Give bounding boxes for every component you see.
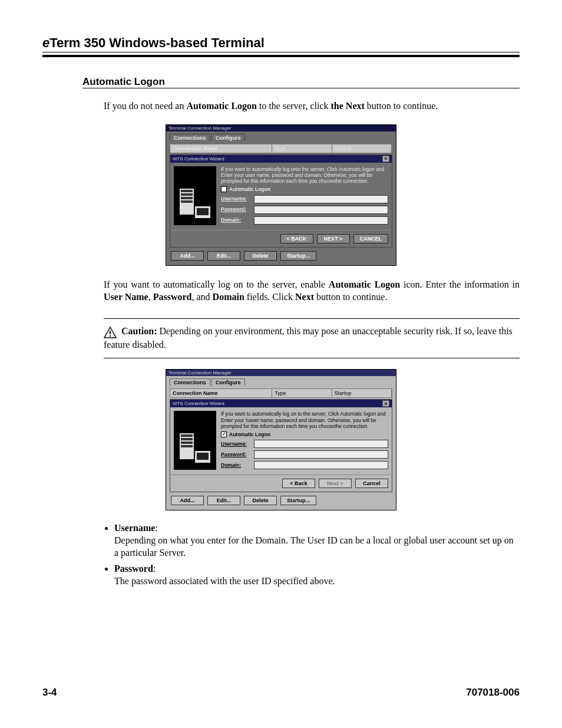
- doc-number: 707018-006: [466, 687, 520, 699]
- add-button[interactable]: Add...: [171, 251, 204, 261]
- username-input[interactable]: [254, 195, 388, 203]
- back-button[interactable]: < BACK: [280, 234, 313, 243]
- username-label: Username:: [221, 196, 252, 202]
- password-item-text: The password associated with the user ID…: [114, 576, 335, 586]
- svg-rect-2: [181, 193, 193, 196]
- automatic-logon-label: Automatic Logon: [229, 431, 270, 437]
- username-input[interactable]: [254, 440, 388, 448]
- caution-block: Caution: Depending on your environment, …: [104, 318, 520, 358]
- page-number: 3-4: [42, 687, 57, 699]
- screenshot-1: Terminal Connection Manager Connections …: [166, 124, 396, 266]
- svg-rect-11: [181, 434, 193, 437]
- list-item: Username: Depending on what you enter fo…: [114, 522, 520, 559]
- window-titlebar: Terminal Connection Manager: [166, 370, 396, 376]
- intro-paragraph-2: If you want to automatically log on to t…: [104, 279, 520, 304]
- col-startup: Startup: [332, 389, 392, 397]
- edit-button[interactable]: Edit...: [207, 496, 240, 505]
- svg-rect-14: [181, 445, 193, 447]
- domain-label: Domain:: [221, 462, 252, 468]
- startup-button[interactable]: Startup...: [280, 251, 316, 261]
- svg-rect-16: [197, 453, 209, 460]
- page-footer: 3-4 707018-006: [42, 669, 520, 699]
- wizard-graphic: [174, 166, 216, 225]
- col-connection-name: Connection Name: [170, 144, 272, 153]
- header-title: Term 350 Windows-based Terminal: [49, 35, 265, 50]
- svg-rect-12: [181, 438, 193, 440]
- password-input[interactable]: [254, 206, 388, 214]
- cancel-button[interactable]: Cancel: [355, 479, 388, 488]
- password-label: Password:: [221, 452, 252, 457]
- automatic-logon-checkbox[interactable]: [221, 186, 227, 192]
- back-button[interactable]: < Back: [282, 479, 315, 488]
- col-startup: Startup: [332, 144, 392, 153]
- domain-input[interactable]: [254, 216, 388, 225]
- caution-label: Caution:: [121, 326, 157, 336]
- connections-table-header: Connection Name Type Startup: [170, 388, 392, 398]
- cancel-button[interactable]: CANCEL: [353, 234, 389, 243]
- caution-text: Depending on your environment, this may …: [104, 326, 513, 349]
- delete-button[interactable]: Delete: [244, 496, 277, 505]
- screenshot-2: Terminal Connection Manager Connections …: [166, 369, 396, 510]
- username-label: Username:: [221, 441, 252, 447]
- svg-rect-13: [181, 442, 193, 444]
- wizard-graphic: [174, 411, 216, 470]
- list-item: Password: The password associated with t…: [114, 563, 520, 588]
- wizard-dialog: WTS Connection Wizard ×: [170, 154, 392, 248]
- automatic-logon-checkbox[interactable]: ✓: [221, 431, 227, 437]
- domain-input[interactable]: [254, 461, 388, 469]
- close-icon[interactable]: ×: [382, 156, 389, 162]
- col-type: Type: [272, 144, 332, 153]
- password-input[interactable]: [254, 450, 388, 459]
- username-item-label: Username: [114, 523, 155, 533]
- close-icon[interactable]: ×: [382, 400, 389, 407]
- wizard-title: WTS Connection Wizard: [173, 156, 224, 162]
- tab-connections[interactable]: Connections: [170, 134, 210, 141]
- wizard-title: WTS Connection Wizard: [173, 401, 224, 406]
- header-prefix: e: [42, 35, 49, 50]
- tabs: Connections Configure: [170, 378, 392, 386]
- wizard-dialog: WTS Connection Wizard ×: [170, 399, 392, 492]
- tab-configure[interactable]: Configure: [211, 134, 245, 141]
- svg-rect-3: [181, 197, 193, 199]
- section-heading: Automatic Logon: [82, 76, 520, 88]
- automatic-logon-label: Automatic Logon: [229, 186, 270, 192]
- domain-label: Domain:: [221, 217, 252, 223]
- next-button[interactable]: Next >: [319, 479, 352, 488]
- intro-paragraph-1: If you do not need an Automatic Logon to…: [104, 100, 520, 113]
- svg-point-9: [110, 335, 111, 337]
- field-list: Username: Depending on what you enter fo…: [104, 522, 520, 591]
- tab-configure[interactable]: Configure: [211, 378, 245, 386]
- username-item-text: Depending on what you enter for the Doma…: [114, 535, 514, 558]
- svg-rect-1: [181, 190, 193, 192]
- delete-button[interactable]: Delete: [244, 251, 277, 261]
- tab-connections[interactable]: Connections: [170, 378, 210, 386]
- window-titlebar: Terminal Connection Manager: [166, 125, 396, 131]
- page-header: eTerm 350 Windows-based Terminal: [42, 35, 520, 57]
- next-button[interactable]: NEXT >: [317, 234, 350, 243]
- tabs: Connections Configure: [170, 134, 392, 141]
- connections-table-header: Connection Name Type Startup: [170, 144, 392, 153]
- wizard-instruction: If you want to automatically log onto th…: [221, 166, 388, 185]
- add-button[interactable]: Add...: [171, 496, 204, 505]
- password-item-label: Password: [114, 564, 153, 574]
- svg-rect-4: [181, 200, 193, 203]
- startup-button[interactable]: Startup...: [280, 496, 316, 505]
- password-label: Password:: [221, 206, 252, 212]
- col-connection-name: Connection Name: [170, 389, 272, 397]
- caution-icon: [104, 327, 117, 338]
- col-type: Type: [272, 389, 332, 397]
- wizard-instruction: If you want to automatically log on to t…: [221, 411, 388, 429]
- svg-rect-6: [197, 208, 209, 215]
- edit-button[interactable]: Edit...: [207, 251, 240, 261]
